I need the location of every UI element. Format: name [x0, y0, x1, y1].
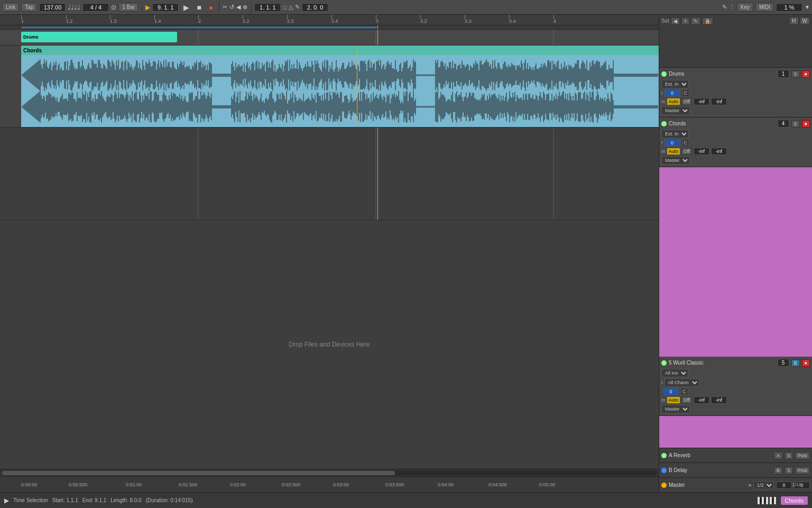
master-frac-sel[interactable]: 1/2 — [753, 481, 774, 489]
drums-off-btn[interactable]: Off — [681, 98, 692, 105]
h-btn[interactable]: H — [789, 17, 798, 25]
drums-auto-btn[interactable]: Auto — [667, 98, 680, 105]
time-3m500: 0:03:500 — [385, 482, 404, 487]
play-button[interactable]: ▶ — [181, 2, 192, 13]
set-back-btn[interactable]: ◀ — [671, 17, 680, 25]
wurli-track-row[interactable] — [0, 128, 659, 220]
bar-button[interactable]: 1 Bar — [118, 3, 139, 12]
pos3-display[interactable]: 2. 0. 0 — [302, 3, 328, 12]
wurli-num[interactable]: 5 — [778, 359, 789, 367]
bpm-display[interactable]: 137.00 — [39, 3, 66, 12]
h-scrollbar[interactable] — [0, 469, 659, 476]
drums-track-row[interactable]: Drums — [0, 30, 659, 46]
delay-s-btn[interactable]: S — [785, 467, 793, 474]
set-pencil-btn[interactable]: ✎ — [691, 17, 700, 25]
set-add-btn[interactable]: + — [681, 17, 689, 25]
content-area: 1 1.2 1.3 1.4 2 2.2 2.3 2.4 3 3.2 3.3 3.… — [0, 15, 812, 492]
drums-r-btn[interactable]: ● — [802, 70, 810, 78]
key-button[interactable]: Key — [737, 3, 753, 12]
zoom-dropdown-icon: ▼ — [805, 4, 810, 10]
link-button[interactable]: Link — [2, 3, 19, 12]
playhead-line — [377, 25, 378, 29]
wurli-master-row: Master — [661, 405, 810, 413]
chords-off-btn[interactable]: Off — [681, 148, 692, 155]
chords-track-row[interactable]: Chords — [0, 46, 659, 128]
master-val1[interactable]: 0 — [776, 482, 792, 489]
all-tracks: Drums — [0, 30, 659, 469]
tracks-scroll[interactable]: Drums — [0, 30, 659, 469]
drums-clip[interactable]: Drums — [21, 32, 177, 42]
drums-input-sel[interactable]: Ext. In — [661, 80, 689, 88]
drums-c-btn[interactable]: C — [682, 89, 690, 97]
wurli-input-sel[interactable]: All Ins — [661, 369, 688, 377]
set-lock-btn[interactable]: 🔒 — [702, 17, 713, 25]
ruler-mark-3: 3 — [376, 15, 379, 25]
wurli-inf1: -inf — [694, 396, 709, 404]
chords-in-label: In — [661, 149, 666, 154]
wurli-s-btn[interactable]: S — [791, 359, 800, 367]
delay-post-btn[interactable]: Post — [795, 467, 810, 474]
reverb-s-btn[interactable]: S — [785, 452, 793, 459]
playhead-bar[interactable] — [0, 25, 659, 30]
master-name: Master — [669, 482, 746, 488]
chords-input-sel[interactable]: Ext. In — [661, 130, 689, 138]
drums-s-btn[interactable]: S — [791, 70, 800, 78]
wurli-channel-sel[interactable]: All Chann — [665, 378, 699, 387]
chords-vol-val[interactable]: 0 — [665, 139, 680, 147]
reverb-post-btn[interactable]: Post — [795, 452, 810, 459]
chords-master-sel[interactable]: Master — [661, 156, 690, 165]
delay-b-btn[interactable]: B — [774, 467, 782, 474]
chords-device-area[interactable] — [659, 167, 812, 357]
drop-area[interactable]: Drop Files and Devices Here — [0, 220, 659, 469]
wurli-auto-btn[interactable]: Auto — [667, 397, 680, 403]
reverb-name: A Reverb — [669, 452, 772, 458]
midi-button[interactable]: MIDI — [755, 3, 774, 12]
ruler-mark-12: 1.2 — [66, 15, 73, 25]
drop-text: Drop Files and Devices Here — [289, 341, 370, 348]
wurli-c-btn[interactable]: C — [680, 388, 688, 395]
stop-button[interactable]: ■ — [194, 2, 204, 13]
chords-num[interactable]: 4 — [778, 120, 789, 128]
chords-auto-btn[interactable]: Auto — [667, 148, 680, 155]
chords-s-btn[interactable]: S — [791, 120, 800, 128]
play-status-icon[interactable]: ▶ — [4, 497, 9, 504]
tap-button[interactable]: Tap — [21, 3, 37, 12]
punch-icon: ⊕ — [243, 4, 247, 11]
w-btn[interactable]: W — [800, 17, 810, 25]
metronome-icon: ♩♩♩♩ — [68, 4, 80, 11]
drums-vol-row: I 0 C — [661, 89, 810, 97]
ruler-mark-4: 4 — [553, 15, 556, 25]
drums-vol-val[interactable]: 0 — [665, 89, 680, 97]
ruler-mark-2: 2 — [198, 15, 201, 25]
zoom-display[interactable]: 1 % — [776, 3, 802, 12]
chords-clip-header[interactable]: Chords — [21, 46, 659, 55]
reverb-a-btn[interactable]: A — [774, 452, 782, 459]
chords-tag[interactable]: Chords — [781, 496, 808, 505]
wurli-off-btn[interactable]: Off — [681, 396, 692, 404]
pos2-display[interactable]: 1. 1. 1 — [254, 3, 281, 12]
wurli-auto-row: In Auto Off -inf -inf — [661, 396, 810, 404]
scrollbar-thumb[interactable] — [2, 471, 395, 475]
record-button[interactable]: ● — [206, 2, 216, 13]
time-sig-display[interactable]: 4 / 4 — [82, 3, 109, 12]
time-0: 0:00:00 — [21, 482, 37, 487]
time-2m500: 0:02:500 — [282, 482, 300, 487]
wurli-device-area[interactable] — [659, 416, 812, 448]
drums-num[interactable]: 1 — [778, 70, 789, 78]
wurli-r-btn[interactable]: ● — [802, 359, 810, 367]
piano-key-black — [760, 498, 762, 503]
wurli-master-sel[interactable]: Master — [661, 405, 690, 413]
chords-r-btn[interactable]: ● — [802, 120, 810, 128]
loop-icon2: ↺ — [229, 4, 234, 11]
right-panel-inner: Set ◀ + ✎ 🔒 H W Drums — [659, 15, 812, 492]
drums-master-sel[interactable]: Master — [661, 106, 690, 115]
chords-c-btn[interactable]: C — [682, 139, 690, 147]
status-bar: ▶ Time Selection Start: 1.1.1 End: 9.1.1… — [0, 492, 812, 508]
ruler-mark-34: 3.4 — [509, 15, 516, 25]
ruler-mark-24: 2.4 — [331, 15, 338, 25]
delay-return-track: B Delay B S Post — [659, 462, 812, 477]
scrollbar-track[interactable] — [2, 471, 657, 475]
wurli-vol-val[interactable]: 0 — [663, 388, 679, 395]
drums-playhead — [377, 30, 378, 45]
position-display[interactable]: 9. 1. 1 — [152, 3, 179, 12]
